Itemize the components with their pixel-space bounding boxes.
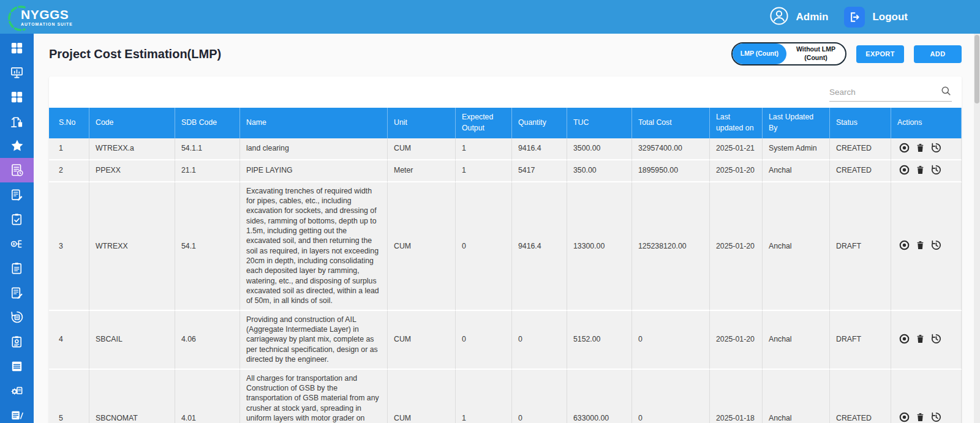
cell-unit: Meter bbox=[388, 160, 456, 182]
delete-button[interactable] bbox=[913, 239, 927, 253]
search-box bbox=[829, 85, 952, 102]
monitor-chart-icon bbox=[10, 66, 24, 80]
delete-button[interactable] bbox=[913, 164, 927, 178]
sidebar-item-monitor-chart[interactable] bbox=[0, 60, 34, 84]
export-button[interactable]: EXPORT bbox=[856, 45, 904, 63]
cell-status: DRAFT bbox=[830, 311, 891, 370]
table-row: 4SBCAIL4.06Providing and construction of… bbox=[49, 311, 962, 370]
cell-expected-output: 0 bbox=[456, 311, 512, 370]
invoice-calculator-icon bbox=[10, 163, 24, 178]
cell-total-cost: 0 bbox=[632, 311, 710, 370]
column-header-quantity: Quantity bbox=[512, 108, 567, 138]
delete-button[interactable] bbox=[913, 411, 927, 423]
money-flow-icon bbox=[10, 237, 24, 251]
lines-document-icon bbox=[10, 359, 24, 373]
history-icon bbox=[930, 142, 942, 155]
sidebar bbox=[0, 34, 34, 423]
cell-unit: CUM bbox=[388, 138, 456, 160]
logout-button[interactable]: Logout bbox=[844, 7, 908, 28]
cell-status: DRAFT bbox=[830, 182, 891, 311]
view-button[interactable] bbox=[897, 239, 911, 253]
cell-quantity: 0 bbox=[512, 370, 567, 423]
column-header-s-no: S.No bbox=[49, 108, 89, 138]
sidebar-item-invoice-calculator[interactable] bbox=[0, 158, 34, 182]
logout-icon bbox=[844, 7, 865, 28]
scrollbar-thumb[interactable] bbox=[974, 35, 979, 103]
view-button[interactable] bbox=[897, 411, 911, 423]
document-edit-icon bbox=[10, 286, 24, 300]
cell-code: WTREXX.a bbox=[89, 138, 175, 160]
table-row: 3WTREXX54.1Excavating trenches of requir… bbox=[49, 182, 962, 311]
cell-unit: CUM bbox=[388, 182, 456, 311]
sync-document-icon bbox=[10, 310, 24, 324]
cell-tuc: 350.00 bbox=[567, 160, 632, 182]
sidebar-item-money-flow[interactable] bbox=[0, 231, 34, 256]
column-header-last-updated-by: Last Updated By bbox=[763, 108, 830, 138]
search-input[interactable] bbox=[829, 88, 940, 97]
user-menu[interactable]: Admin bbox=[769, 6, 829, 28]
toggle-without-lmp-count[interactable]: Without LMP (Count) bbox=[786, 43, 845, 64]
cell-unit: CUM bbox=[388, 370, 456, 423]
history-button[interactable] bbox=[929, 239, 943, 253]
sidebar-item-paper-pencil[interactable] bbox=[0, 403, 34, 423]
sidebar-item-sync-document[interactable] bbox=[0, 305, 34, 329]
star-icon bbox=[10, 138, 24, 153]
cell-total-cost: 1895950.00 bbox=[632, 160, 710, 182]
history-button[interactable] bbox=[929, 333, 943, 346]
history-button[interactable] bbox=[929, 142, 943, 155]
cell-last-updated-on: 2025-01-21 bbox=[710, 138, 763, 160]
sidebar-item-document-pen[interactable] bbox=[0, 182, 34, 207]
column-header-status: Status bbox=[830, 108, 891, 138]
cell-code: WTREXX bbox=[89, 182, 175, 311]
history-button[interactable] bbox=[929, 164, 943, 178]
column-header-actions: Actions bbox=[891, 108, 962, 138]
cell-actions bbox=[891, 370, 962, 423]
sidebar-item-clipboard-doc[interactable] bbox=[0, 256, 34, 280]
cell-last-updated-by: Anchal bbox=[763, 370, 830, 423]
cell-s-no: 1 bbox=[49, 138, 89, 160]
cell-expected-output: 1 bbox=[456, 370, 512, 423]
cell-expected-output: 0 bbox=[456, 182, 512, 311]
delete-button[interactable] bbox=[913, 333, 927, 346]
view-button[interactable] bbox=[897, 333, 911, 346]
sidebar-item-document-edit[interactable] bbox=[0, 280, 34, 305]
dashboard-grid-icon bbox=[10, 41, 24, 55]
history-button[interactable] bbox=[929, 411, 943, 423]
cell-quantity: 9416.4 bbox=[512, 138, 567, 160]
document-pen-icon bbox=[10, 188, 24, 202]
cell-name: All charges for transportation and Const… bbox=[240, 370, 388, 423]
sidebar-item-star[interactable] bbox=[0, 133, 34, 158]
cell-sdb-code: 54.1.1 bbox=[175, 138, 240, 160]
cell-code: SBCNOMAT bbox=[89, 370, 175, 423]
cell-actions bbox=[891, 182, 962, 311]
sidebar-item-lines-document[interactable] bbox=[0, 354, 34, 378]
sidebar-item-apps-grid[interactable] bbox=[0, 84, 34, 109]
sidebar-item-clipboard-check[interactable] bbox=[0, 207, 34, 231]
delete-button[interactable] bbox=[913, 142, 927, 155]
cell-unit: CUM bbox=[388, 311, 456, 370]
cell-tuc: 633000.00 bbox=[567, 370, 632, 423]
toggle-lmp-count[interactable]: LMP (Count) bbox=[733, 43, 786, 64]
cell-total-cost: 125238120.00 bbox=[632, 182, 710, 311]
add-button[interactable]: ADD bbox=[914, 45, 962, 63]
cell-actions bbox=[891, 160, 962, 182]
clipboard-gear-icon bbox=[10, 335, 24, 349]
sidebar-item-dashboard-grid[interactable] bbox=[0, 36, 34, 60]
sidebar-item-crane[interactable] bbox=[0, 109, 34, 133]
cell-sdb-code: 54.1 bbox=[175, 182, 240, 311]
sidebar-item-clipboard-gear[interactable] bbox=[0, 329, 34, 354]
cell-s-no: 5 bbox=[49, 370, 89, 423]
clipboard-doc-icon bbox=[10, 261, 24, 275]
cell-total-cost: 32957400.00 bbox=[632, 138, 710, 160]
view-button[interactable] bbox=[897, 164, 911, 178]
view-icon bbox=[899, 164, 910, 178]
lmp-toggle: LMP (Count) Without LMP (Count) bbox=[731, 42, 846, 66]
view-button[interactable] bbox=[897, 142, 911, 155]
column-header-name: Name bbox=[240, 108, 388, 138]
table-row: 1WTREXX.a54.1.1land clearingCUM19416.435… bbox=[49, 138, 962, 160]
cell-expected-output: 1 bbox=[456, 138, 512, 160]
sidebar-item-gear-document[interactable] bbox=[0, 378, 34, 403]
window-scrollbar[interactable] bbox=[974, 34, 980, 423]
column-header-code: Code bbox=[89, 108, 175, 138]
delete-icon bbox=[915, 164, 925, 178]
